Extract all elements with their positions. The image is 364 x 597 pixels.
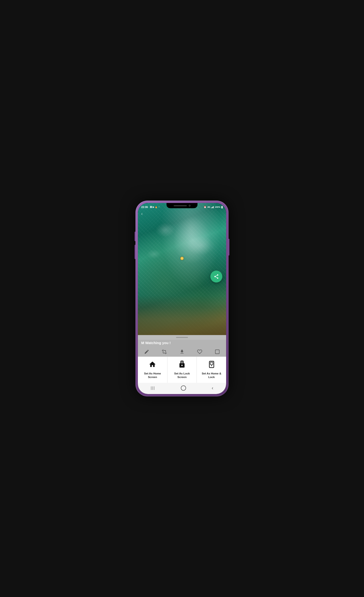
vol-up-button[interactable] [135,232,136,241]
notch [167,203,197,208]
favorite-tool-button[interactable] [197,349,202,354]
toolbar [138,347,226,357]
svg-rect-3 [210,362,213,365]
share-icon [214,274,219,279]
home-lock-icon [208,361,215,370]
edit-tool-button[interactable] [144,349,149,354]
back-arrow-icon[interactable]: ‹ [141,211,143,216]
download-tool-button[interactable] [179,349,185,354]
screen-content: 22:06 🖼 ▶ 🔥 ··· ⏰ 4G 100% ▓ [138,203,226,394]
edit-icon [144,349,149,354]
home-lock-label: Set As Home &Lock [202,372,221,379]
status-time: 22:06 🖼 ▶ 🔥 ··· [141,206,160,208]
network-label: 4G [207,206,210,208]
status-indicators: ⏰ 4G 100% ▓ [204,206,223,208]
front-camera [189,205,190,207]
phone-frame: 22:06 🖼 ▶ 🔥 ··· ⏰ 4G 100% ▓ [136,201,228,396]
lock-screen-icon [178,361,186,370]
battery-percent: 100% [215,206,220,208]
bottom-panel: M Watching you ! [138,335,226,394]
svg-point-4 [211,365,212,366]
vol-down-button[interactable] [135,245,136,259]
signal-strength [211,206,214,208]
phone-screen: 22:06 🖼 ▶ 🔥 ··· ⏰ 4G 100% ▓ [138,203,226,394]
recents-nav-button[interactable]: ||| [151,386,155,390]
time-display: 22:06 [141,206,148,208]
more-icon [215,349,220,354]
person-floatie [180,257,184,260]
set-lock-screen-button[interactable]: Set As LockScreen [167,357,197,383]
shimmer-3 [147,249,161,259]
action-buttons-row: Set As HomeScreen Set As LockScreen [138,357,226,383]
set-home-lock-button[interactable]: Set As Home &Lock [197,357,226,383]
speaker [174,205,187,206]
heart-icon [197,349,202,354]
back-nav-button[interactable]: ‹ [212,385,213,391]
shimmer-1 [156,223,174,237]
rocks-overlay [138,295,226,335]
download-icon [179,349,185,354]
home-nav-button[interactable] [181,385,186,391]
wallpaper-image: ‹ [138,203,226,335]
shimmer-2 [187,236,215,255]
more-tool-button[interactable] [215,349,220,354]
navigation-bar: ||| ‹ [138,383,226,394]
drag-handle[interactable] [176,337,188,338]
wallpaper-title: M Watching you ! [138,340,226,347]
crop-tool-button[interactable] [162,349,167,354]
set-home-screen-button[interactable]: Set As HomeScreen [138,357,167,383]
share-fab-button[interactable] [210,271,222,283]
lock-screen-label: Set As LockScreen [174,372,190,379]
home-screen-label: Set As HomeScreen [144,372,161,379]
home-screen-icon [149,361,156,370]
power-button[interactable] [228,239,229,256]
crop-icon [162,349,167,354]
svg-rect-0 [215,350,220,354]
